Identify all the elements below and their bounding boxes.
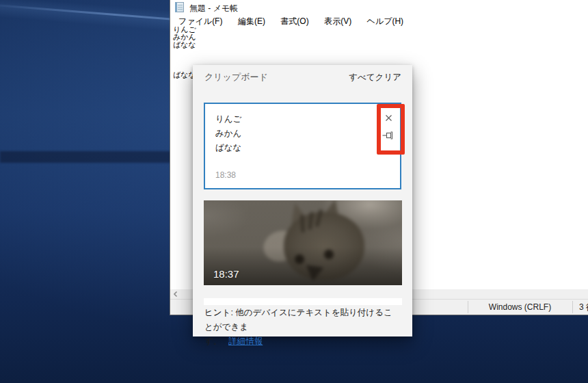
clipboard-item-text[interactable]: りんご みかん ばなな 18:38: [204, 103, 401, 189]
menu-edit[interactable]: 編集(E): [232, 14, 271, 29]
pin-item-button[interactable]: [382, 129, 397, 142]
titlebar[interactable]: 無題 - メモ帳: [170, 0, 588, 14]
status-line-count: 3 行: [579, 300, 588, 315]
notepad-icon: [175, 2, 184, 12]
scroll-left-arrow-icon[interactable]: [172, 291, 179, 298]
status-line-ending: Windows (CRLF): [468, 300, 572, 315]
pin-icon: [382, 131, 396, 140]
hint-line-2: す。詳細情報: [204, 334, 399, 349]
clipboard-item-image[interactable]: 18:37: [204, 200, 402, 285]
menu-bar: ファイル(F) 編集(E) 書式(O) 表示(V) ヘルプ(H): [170, 14, 588, 27]
clipboard-hint: ヒント: 他のデバイスにテキストを貼り付けることができま す。詳細情報: [204, 306, 399, 349]
delete-item-button[interactable]: [381, 111, 396, 124]
wallpaper-dark-band: [0, 151, 179, 163]
screen: 無題 - メモ帳 ファイル(F) 編集(E) 書式(O) 表示(V) ヘルプ(H…: [0, 0, 588, 383]
hint-line-1: ヒント: 他のデバイスにテキストを貼り付けることができま: [204, 306, 399, 334]
clear-all-button[interactable]: すべてクリア: [349, 72, 401, 83]
menu-view[interactable]: 表示(V): [318, 14, 358, 29]
clipboard-image-timestamp: 18:37: [213, 268, 239, 280]
window-title: 無題 - メモ帳: [189, 3, 238, 14]
menu-help[interactable]: ヘルプ(H): [361, 14, 410, 29]
clipboard-item-text-content: りんご みかん ばなな: [215, 112, 241, 155]
clipboard-item-timestamp: 18:38: [215, 170, 236, 180]
learn-more-link[interactable]: 詳細情報: [228, 336, 263, 346]
clipboard-panel-title: クリップボード: [204, 71, 268, 83]
close-x-icon: [385, 114, 392, 122]
clipboard-panel: クリップボード すべてクリア りんご みかん ばなな 18:38: [193, 65, 412, 336]
clipboard-item-partial[interactable]: [204, 298, 402, 305]
hint-line-2-text: す。: [204, 336, 222, 346]
status-separator: [572, 301, 573, 313]
menu-format[interactable]: 書式(O): [274, 14, 315, 29]
